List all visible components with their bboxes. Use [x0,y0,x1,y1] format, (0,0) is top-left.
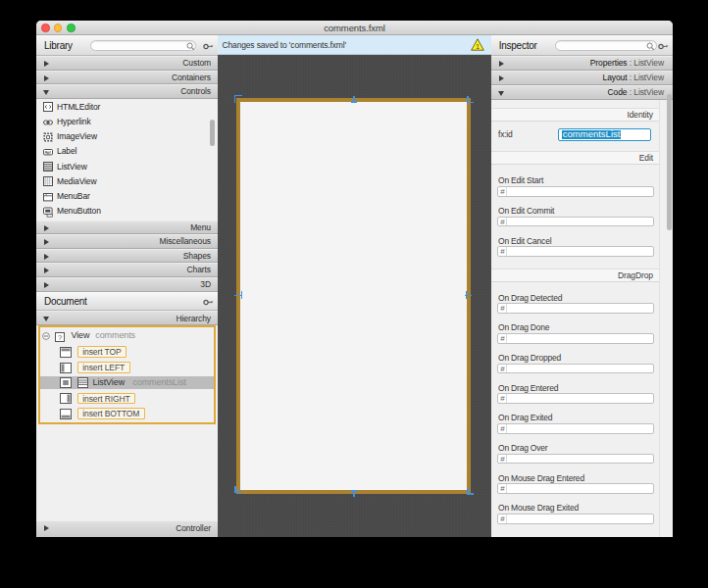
svg-text:?: ? [58,332,62,341]
svg-text:1: 1 [476,43,480,50]
